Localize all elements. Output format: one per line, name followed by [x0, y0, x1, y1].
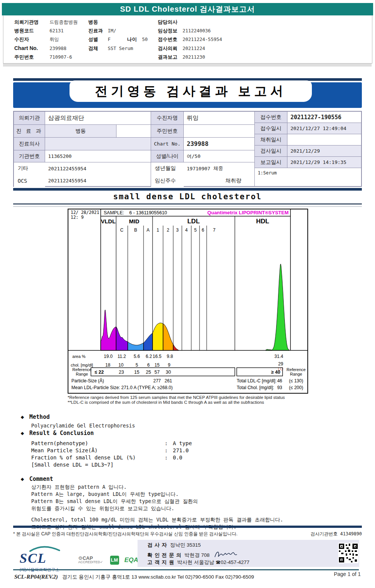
- area-value: 19.0: [104, 354, 113, 359]
- row-value: 2021122455954: [45, 162, 151, 174]
- heading-text: Comment: [29, 476, 53, 482]
- heading-text: Result & Conclusion: [29, 430, 94, 436]
- subband-label: 1: [157, 227, 159, 233]
- total-ldl-label: Total LDL-C [mg/dl]:: [237, 378, 277, 383]
- comment-line: 위험도를 증가시킬 수 있는 위험인자로 보고되고 있습니다.: [31, 505, 174, 512]
- field-value: 20211224-55954: [183, 36, 222, 42]
- particle-value: 277: [153, 378, 161, 383]
- row-label: 수진자명: [151, 112, 184, 124]
- handwritten-signature: [213, 550, 238, 560]
- comment-heading: ◆Comment: [21, 476, 53, 482]
- staff-value: 박현경 708: [184, 552, 210, 558]
- order-info-table: 의뢰기관 삼광의료재단 진 료 과 병동 진료의사 기관번호 11365200 …: [13, 111, 362, 187]
- table-row: 임신주수 채취량: [151, 174, 254, 187]
- comment-line: 상기환자 표현형은 pattern A 입니다.: [31, 484, 127, 491]
- chol-value-hdl: 29: [278, 361, 283, 367]
- method-body: Polyacrylamide Gel Electrophoresis: [31, 423, 135, 429]
- lab-number-label: 검사기관번호: [311, 531, 338, 536]
- doc-code: SCL-RP04(REV.2): [14, 574, 58, 580]
- subband-label: 6: [202, 227, 204, 233]
- table-row: 접수번호 20211227-190556: [255, 112, 361, 123]
- field-value: 20211224: [183, 45, 205, 51]
- birthdate-value: 19710907: [187, 166, 210, 171]
- sample-label: SAMPLE:: [104, 210, 124, 215]
- patient-row: Chart No. 239988: [14, 45, 67, 51]
- staff-row: 확 인 전 문 의 박현경 708: [147, 550, 238, 560]
- section-underline: [13, 203, 362, 207]
- subband-label: A: [147, 227, 150, 233]
- row-value: 11365200: [45, 150, 151, 162]
- row-label: 주민번호: [151, 125, 184, 137]
- separator: :: [165, 440, 173, 446]
- result-label: Fraction % of small dense LDL (%): [31, 455, 165, 461]
- footer-rule: [13, 526, 362, 528]
- row-label: area %: [73, 354, 86, 359]
- patient-row: 검체 SST Serum: [88, 45, 133, 52]
- lab-report-page: SD LDL Cholesterol 검사결과보고서 의뢰기관명 드림종합병원 …: [0, 0, 375, 588]
- total-ldl-ref: (≤ 130): [289, 378, 303, 383]
- chol-value: 5: [136, 362, 138, 368]
- total-chol-ref: (≤ 200): [289, 385, 303, 390]
- ref-label-right-1: Reference: [287, 367, 306, 372]
- table-row: OCS 2021122455954: [14, 174, 151, 187]
- staff-label: 확 인 전 문 의: [147, 552, 182, 558]
- chol-value: 9: [168, 362, 171, 368]
- ref-value: 15: [134, 370, 139, 375]
- field-value: F: [108, 36, 126, 42]
- chart-footnote-1: *Reference ranges derived from 125 serum…: [68, 395, 285, 400]
- patient-row: 의뢰기관명 드림종합병원: [14, 19, 78, 26]
- result-label: [Small dense LDL = LDL3~7]: [31, 462, 165, 468]
- field-label: 나이: [127, 36, 141, 43]
- row-label: 검사일시: [255, 145, 287, 156]
- table-row: 진 료 과 병동: [14, 124, 151, 137]
- row-label: 채취일시: [255, 134, 287, 145]
- lipoprint-chart-svg: 12/ 28/2021 12: 9 SAMPLE: 6 - 1361190556…: [68, 209, 308, 394]
- certification-note: * 본 검사실은 CAP 인증과 대한진단검사의학회/진단검사의학재단의 우수검…: [13, 531, 237, 537]
- separator: :: [165, 447, 173, 453]
- table-row: 1:Serum: [255, 168, 361, 186]
- banner-title: 전기영동 검사결과 보고서: [95, 83, 287, 100]
- subband-label: 4: [185, 227, 188, 233]
- separator: :: [165, 455, 173, 461]
- result-value: 0.0: [173, 455, 182, 461]
- table-row: 기관번호 11365200: [14, 150, 151, 162]
- table-row: 채취일시: [255, 134, 361, 145]
- chol-value: 10: [118, 362, 124, 368]
- total-ldl-value: 46: [277, 378, 283, 383]
- particle-value: 261: [165, 378, 172, 383]
- row-value: 20211227-190556: [287, 112, 361, 123]
- table-row: 생년월일 19710907 체중: [151, 162, 254, 174]
- eqa-logo: EQA: [124, 556, 138, 564]
- chart-border: [68, 209, 308, 393]
- subband-label: B: [134, 227, 137, 233]
- field-label: 결과보고: [158, 54, 181, 61]
- ref-value: 57: [154, 370, 160, 375]
- result-value: A type: [173, 440, 192, 446]
- diamond-icon: ◆: [21, 476, 24, 482]
- result-row: [Small dense LDL = LDL3~7]: [31, 462, 165, 468]
- area-value: 5.6: [134, 354, 140, 359]
- band-label-mid: MID: [129, 218, 139, 224]
- field-label: 의뢰기관명: [14, 19, 48, 26]
- patient-row: 담당의사: [158, 19, 181, 26]
- patient-row: 수진자 뤼잉: [14, 36, 59, 43]
- ref-label-right-2: Range: [290, 372, 302, 376]
- row-value: 19710907 체중: [184, 162, 254, 174]
- total-chol-value: 93: [277, 385, 283, 390]
- row-value: 239988: [184, 138, 254, 150]
- bottom-rule: [13, 569, 359, 570]
- patient-row: 병동: [88, 19, 106, 26]
- banner-title-plate: 전기영동 검사결과 보고서: [70, 80, 312, 102]
- order-table-middle: 수진자명 뤼잉 주민번호 Chart No. 239988 성별/나이 여/50…: [151, 112, 255, 186]
- field-label: 진료과: [88, 27, 106, 34]
- row-value: 2021/12/29: [287, 145, 361, 156]
- order-table-left: 의뢰기관 삼광의료재단 진 료 과 병동 진료의사 기관번호 11365200 …: [14, 112, 151, 186]
- subband-label: 7: [213, 227, 216, 233]
- scl-logo: SCL (재)서울의과학연구소: [20, 545, 76, 573]
- lab-number-value: 41349890: [340, 531, 362, 536]
- chol-value: 6: [147, 362, 150, 368]
- table-row: 기타 2021122455954: [14, 162, 151, 174]
- table-row: Chart No. 239988: [151, 137, 254, 150]
- field-value: IM/: [108, 28, 116, 33]
- staff-label: 고 객 지 원: [147, 559, 174, 565]
